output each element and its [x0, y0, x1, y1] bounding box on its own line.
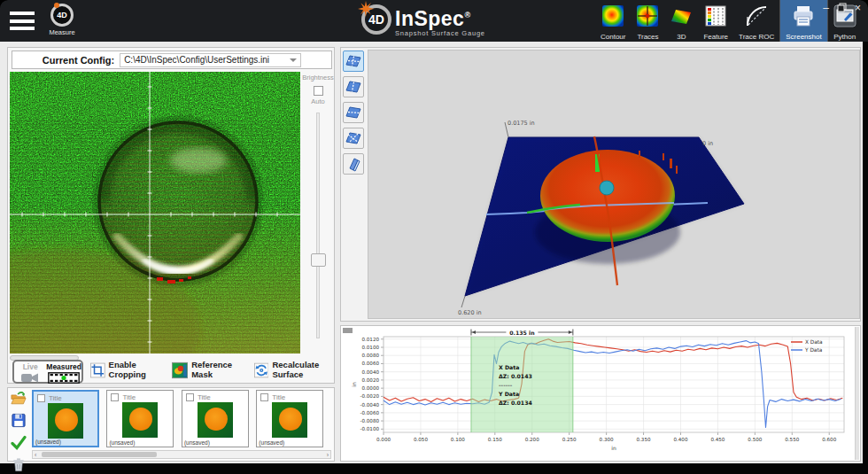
svg-text:ΔZ: 0.0143: ΔZ: 0.0143 [499, 373, 532, 379]
open-folder-icon[interactable] [11, 391, 27, 406]
filmstrip-icon [48, 372, 80, 384]
app-window: 4D Measure 4D InSpec® Snapshot Surface G… [0, 0, 868, 474]
z-axis-label: 0.0175 in [508, 120, 535, 127]
camera-panel: Current Config: C:\4D\InSpec\Config\User… [7, 47, 335, 384]
camera-live-view[interactable] [10, 72, 300, 354]
gallery-item[interactable]: Title (unsaved) [182, 390, 249, 447]
tool-screenshot[interactable]: Screenshot [779, 0, 827, 42]
svg-text:-0.0040: -0.0040 [360, 402, 379, 408]
svg-text:in: in [611, 445, 616, 451]
thumb-status: (unsaved) [109, 439, 135, 446]
restore-button[interactable] [837, 3, 847, 14]
svg-text:0.250: 0.250 [562, 437, 577, 442]
tool-3d[interactable]: 3D [664, 0, 698, 42]
view3d-viewport[interactable]: 0.0175 in 0.620 in 0 in [368, 50, 860, 319]
svg-text:0.000: 0.000 [376, 437, 391, 442]
gallery-item[interactable]: Title (unsaved) [106, 390, 174, 447]
svg-text:0.0020: 0.0020 [361, 377, 379, 383]
starburst-icon [358, 1, 374, 17]
enable-cropping-button[interactable]: Enable Cropping [90, 361, 159, 380]
brightness-controls: Brightness Auto [302, 72, 334, 354]
svg-text:X Data: X Data [499, 364, 519, 370]
trace-cross-icon [345, 53, 361, 69]
brightness-label: Brightness [302, 74, 334, 82]
menu-button[interactable] [10, 12, 35, 31]
reference-mask-button[interactable]: Reference Mask [172, 361, 244, 380]
thumb-status: (unsaved) [184, 439, 210, 446]
svg-text:0.0080: 0.0080 [361, 353, 379, 358]
gallery-item[interactable]: Title (unsaved) [256, 390, 323, 447]
live-measured-toggle: Live Measured [12, 360, 83, 384]
tool-traces[interactable]: Traces [631, 0, 664, 42]
svg-text:Y Data: Y Data [498, 391, 519, 397]
gallery-scroll-thumb[interactable] [42, 452, 157, 457]
trace-cross-button[interactable] [343, 51, 364, 72]
crop-icon [90, 361, 105, 380]
brightness-slider-handle[interactable] [311, 253, 326, 267]
svg-text:0.600: 0.600 [822, 437, 836, 442]
tool-trace-roc[interactable]: Trace ROC [733, 0, 779, 42]
measure-logo-label: Measure [43, 28, 81, 36]
measure-logo: 4D Measure [43, 4, 81, 36]
recalculate-surface-button[interactable]: Recalculate Surface [254, 361, 332, 380]
eraser-button[interactable] [343, 153, 364, 175]
minimize-button[interactable]: – [823, 3, 829, 14]
thumb-checkbox[interactable] [260, 393, 268, 401]
trace-horizontal-button[interactable] [343, 102, 364, 123]
trace-diagonal-button[interactable] [343, 128, 364, 149]
view3d-panel: 0.0175 in 0.620 in 0 in [340, 47, 861, 322]
measure-logo-circle: 4D [50, 4, 74, 27]
feature-icon [704, 4, 727, 27]
thumb-checkbox[interactable] [186, 393, 194, 401]
trace-chart-panel: 0.0000.0500.1000.1500.2000.2500.3000.350… [340, 325, 861, 462]
3d-icon [670, 4, 693, 27]
brightness-slider[interactable] [316, 113, 320, 338]
thumb-image [198, 402, 233, 438]
thumb-image [272, 402, 307, 438]
thumb-checkbox[interactable] [111, 393, 119, 401]
camera-icon [20, 372, 40, 384]
trace-profile-chart[interactable]: 0.0000.0500.1000.1500.2000.2500.3000.350… [348, 328, 858, 461]
svg-text:-0.0100: -0.0100 [360, 426, 379, 431]
titlebar: 4D Measure 4D InSpec® Snapshot Surface G… [0, 0, 868, 42]
delete-trash-icon[interactable] [11, 457, 27, 472]
window-controls: – × [823, 3, 861, 14]
app-logo: 4D InSpec® Snapshot Surface Gauge [361, 4, 485, 37]
validate-check-icon[interactable] [11, 435, 27, 450]
svg-text:0.500: 0.500 [748, 437, 762, 442]
config-value: C:\4D\InSpec\Config\UserSettings.ini [124, 55, 269, 65]
scroll-left-arrow[interactable]: ‹ [35, 451, 36, 459]
config-dropdown[interactable]: C:\4D\InSpec\Config\UserSettings.ini [120, 53, 301, 67]
tool-contour[interactable]: Contour [595, 0, 631, 42]
app-name: InSpec® [395, 4, 485, 29]
svg-text:Y Data: Y Data [804, 347, 823, 353]
gallery-scrollbar[interactable]: ‹ › [32, 450, 331, 459]
screenshot-icon [792, 4, 815, 27]
trace-roc-icon [745, 4, 768, 27]
live-button[interactable]: Live [14, 361, 46, 382]
thumb-checkbox[interactable] [37, 394, 45, 402]
contour-icon [601, 4, 624, 27]
measure-logo-brand: 4D [57, 11, 67, 19]
chart-scrollbar[interactable] [855, 327, 859, 460]
x-axis-label: 0.620 in [458, 309, 482, 316]
trace-vertical-button[interactable] [343, 76, 364, 97]
svg-text:0.0000: 0.0000 [361, 385, 379, 391]
brightness-auto-label: Auto [302, 97, 334, 105]
trace-diagonal-icon [345, 130, 361, 146]
close-button[interactable]: × [855, 3, 861, 14]
tool-feature[interactable]: Feature [698, 0, 733, 42]
thumb-status: (unsaved) [259, 439, 284, 446]
save-icon[interactable] [11, 413, 27, 428]
y-axis-label: 0 in [702, 140, 713, 147]
svg-text:0.135 in: 0.135 in [509, 330, 534, 336]
gallery-item[interactable]: Title (unsaved) [32, 390, 99, 447]
trace-center-handle[interactable] [600, 181, 614, 195]
thumb-image [48, 403, 83, 439]
gallery-panel: Title (unsaved) Title (unsaved) Title (u… [7, 387, 335, 462]
config-label: Current Config: [43, 55, 114, 66]
camera-image [10, 72, 300, 354]
measured-button[interactable]: Measured [46, 361, 81, 382]
brightness-auto-checkbox[interactable] [314, 86, 323, 96]
scroll-right-arrow[interactable]: › [327, 451, 329, 459]
